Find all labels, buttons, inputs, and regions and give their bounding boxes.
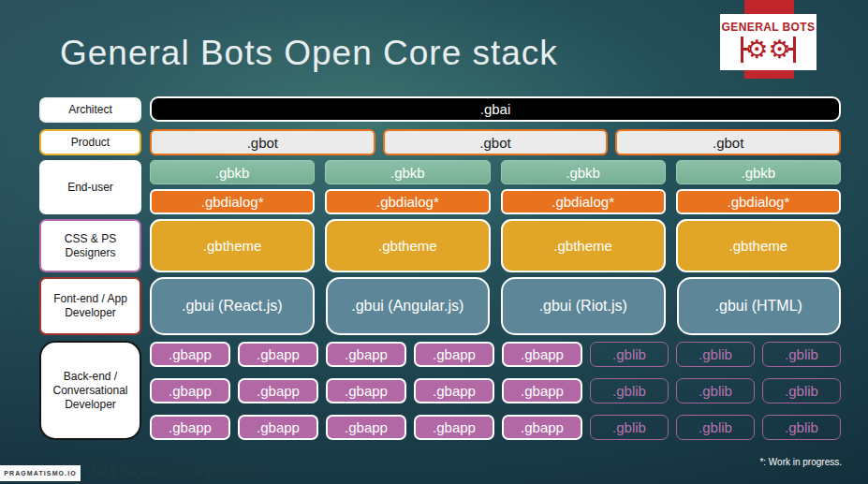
gblib-box: .gblib [590, 415, 669, 440]
gbapp-box: .gbapp [502, 342, 582, 367]
gblib-box: .gblib [590, 342, 669, 367]
page-title: General Bots Open Core stack [60, 34, 558, 73]
gbai-box: .gbai [150, 96, 841, 122]
gbapp-box: .gbapp [326, 378, 406, 403]
gbtheme-box: .gbtheme [325, 219, 490, 272]
gbkb-box: .gbkb [501, 160, 666, 184]
gbapp-box: .gbapp [150, 415, 230, 440]
gbdialog-box: .gbdialog* [501, 189, 666, 214]
gbapp-box: .gbapp [326, 415, 406, 440]
gblib-box: .gblib [676, 378, 755, 403]
gbapp-box: .gbapp [150, 342, 230, 367]
label-product: Product [39, 129, 141, 155]
gbapp-box: .gbapp [150, 378, 230, 403]
gbui-react-box: .gbui (React.js) [150, 277, 315, 335]
gblib-box: .gblib [762, 378, 841, 403]
gbapp-box: .gbapp [414, 378, 494, 403]
label-end-user: End-user [39, 160, 141, 214]
row-backend-2: .gbapp .gbapp .gbapp .gbapp .gbapp .gbli… [150, 378, 841, 403]
gbtheme-box: .gbtheme [150, 219, 315, 272]
gbtheme-box: .gbtheme [676, 219, 841, 272]
gbapp-box: .gbapp [238, 378, 318, 403]
gbapp-box: .gbapp [326, 342, 406, 367]
label-css-ps-designers: CSS & PS Designers [39, 219, 141, 272]
row-gbot: .gbot .gbot .gbot [150, 129, 841, 155]
gbui-html-box: .gbui (HTML) [677, 277, 842, 335]
gbapp-box: .gbapp [502, 378, 582, 403]
gears-icon: ⚙⚙ [739, 35, 797, 65]
row-gbtheme: .gbtheme .gbtheme .gbtheme .gbtheme [150, 219, 841, 272]
gbapp-box: .gbapp [238, 342, 318, 367]
label-architect: Architect [39, 97, 141, 123]
gblib-box: .gblib [590, 378, 669, 403]
gbdialog-box: .gbdialog* [150, 189, 315, 214]
row-gbui: .gbui (React.js) .gbui (Angular.js) .gbu… [150, 277, 841, 335]
gblib-box: .gblib [762, 415, 841, 440]
label-backend-conversational-developer: Back-end / Conversational Developer [39, 341, 141, 440]
row-gbai: .gbai [150, 96, 841, 122]
gbui-riot-box: .gbui (Riot.js) [501, 277, 666, 335]
gbapp-box: .gbapp [414, 342, 494, 367]
gbapp-box: .gbapp [414, 415, 494, 440]
general-bots-logo: GENERAL BOTS ⚙⚙ [720, 14, 817, 70]
gbot-box: .gbot [150, 129, 375, 155]
gbot-box: .gbot [615, 129, 841, 155]
row-gbkb: .gbkb .gbkb .gbkb .gbkb [150, 160, 841, 184]
gbapp-box: .gbapp [502, 415, 582, 440]
row-backend-1: .gbapp .gbapp .gbapp .gbapp .gbapp .gbli… [150, 342, 841, 367]
gbkb-box: .gbkb [325, 160, 490, 184]
slide-root: General Bots Open Core stack GENERAL BOT… [0, 0, 868, 484]
gbkb-box: .gbkb [150, 160, 315, 184]
gbapp-box: .gbapp [238, 415, 318, 440]
label-frontend-app-developer: Font-end / App Developer [39, 277, 141, 335]
logo-wordmark: GENERAL BOTS [722, 21, 816, 34]
gblib-box: .gblib [676, 342, 755, 367]
work-in-progress-note: *: Work in progress. [759, 457, 842, 467]
gbtheme-box: .gbtheme [501, 219, 666, 272]
pragmatismo-brand-badge: PRAGMATISMO.IO [0, 465, 81, 481]
gear-bar-left [741, 37, 743, 63]
row-backend-3: .gbapp .gbapp .gbapp .gbapp .gbapp .gbli… [150, 415, 841, 440]
gbkb-box: .gbkb [676, 160, 841, 184]
gbot-box: .gbot [383, 129, 609, 155]
row-gbdialog: .gbdialog* .gbdialog* .gbdialog* .gbdial… [150, 189, 841, 214]
slide-footer-caption: 2018Q4 - Corporate [86, 460, 261, 481]
gblib-box: .gblib [676, 415, 755, 440]
gbdialog-box: .gbdialog* [676, 189, 841, 214]
gbdialog-box: .gbdialog* [325, 189, 490, 214]
gbui-angular-box: .gbui (Angular.js) [326, 277, 491, 335]
gear-bar-right [793, 37, 796, 63]
gblib-box: .gblib [762, 342, 841, 367]
